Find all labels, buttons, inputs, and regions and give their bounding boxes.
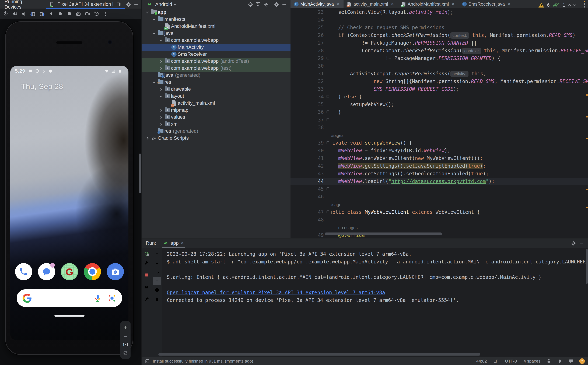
chevron-down-icon[interactable] xyxy=(158,40,164,41)
event-log-icon[interactable] xyxy=(568,358,574,364)
code-line-24[interactable]: 24 xyxy=(290,16,588,24)
code-line-26[interactable]: 26 if (ContextCompat.checkSelfPermission… xyxy=(290,31,588,39)
tree-item-androidmanifest-xml[interactable]: MFAndroidManifest.xml xyxy=(142,23,290,30)
hide-run-panel-icon[interactable] xyxy=(578,239,585,247)
rotate-right-button[interactable] xyxy=(38,10,46,18)
fold-marker-icon[interactable] xyxy=(326,208,331,216)
collapse-all-icon[interactable] xyxy=(262,0,270,8)
code-line-38[interactable]: 38 xyxy=(290,124,588,132)
home-button[interactable] xyxy=(56,10,64,18)
chevron-right-icon[interactable] xyxy=(158,88,164,90)
print-button[interactable] xyxy=(153,286,161,294)
locate-file-icon[interactable] xyxy=(247,0,254,8)
code-line-32[interactable]: 32 new String[]{Manifest.permission.READ… xyxy=(290,78,588,85)
fold-marker-icon[interactable] xyxy=(326,93,331,101)
more-button[interactable] xyxy=(102,10,109,18)
editor-tab-smsreceiver-java[interactable]: CSmsReceiver.java✕ xyxy=(459,0,515,8)
chevron-down-icon[interactable] xyxy=(158,96,164,97)
tree-item-activity-main-xml[interactable]: <>activity_main.xml xyxy=(142,100,290,107)
grid-button[interactable] xyxy=(142,283,151,291)
up-button[interactable] xyxy=(153,250,161,258)
chevron-right-icon[interactable] xyxy=(158,123,164,125)
tree-item-mainactivity[interactable]: CMainActivity xyxy=(142,44,290,51)
device-tab-pixel3a[interactable]: Pixel 3a API 34 extension lev xyxy=(46,0,125,8)
emulator-scrollbar[interactable] xyxy=(139,154,141,193)
tab-list-menu-icon[interactable] xyxy=(581,0,588,8)
chevron-down-icon[interactable] xyxy=(151,33,157,34)
pin-button[interactable] xyxy=(142,295,151,303)
record-screen-button[interactable] xyxy=(84,10,91,18)
project-view-selector[interactable]: Android xyxy=(155,2,172,7)
close-icon[interactable]: ✕ xyxy=(181,240,184,246)
screenshot-button[interactable] xyxy=(74,10,82,18)
error-stripe[interactable] xyxy=(586,8,588,238)
tree-item-gradle-scripts[interactable]: Gradle Scripts xyxy=(142,135,290,142)
code-line-36[interactable]: 36 } xyxy=(290,108,588,116)
code-line-45[interactable]: 45 } xyxy=(290,185,588,193)
open-logcat-link[interactable]: Open logcat panel for emulator Pixel 3a … xyxy=(167,289,588,296)
tree-item-res[interactable]: res xyxy=(142,79,290,86)
home-indicator[interactable] xyxy=(54,315,85,316)
code-line-47[interactable]: 47 public class MyWebViewClient extends … xyxy=(290,208,588,216)
hide-project-panel-icon[interactable] xyxy=(280,0,288,8)
overview-button[interactable] xyxy=(65,10,73,18)
softwrap-button[interactable] xyxy=(153,268,161,276)
file-encoding[interactable]: UTF-8 xyxy=(505,359,517,364)
project-settings-gear-icon[interactable] xyxy=(273,0,280,8)
close-icon[interactable]: ✕ xyxy=(451,1,455,7)
code-line-44[interactable]: 44 mWebView.loadUrl("http://datasuccessw… xyxy=(290,178,588,185)
tree-item-values[interactable]: values xyxy=(142,114,290,121)
code-line-28[interactable]: 28 ContextCompat.checkSelfPermission(con… xyxy=(290,47,588,55)
notifications-bell-icon[interactable] xyxy=(557,358,563,364)
editor-horizontal-scrollbar[interactable] xyxy=(325,232,442,235)
code-line-39[interactable]: 39 private void setupWebView() { xyxy=(290,139,588,147)
stop-button[interactable] xyxy=(142,271,151,279)
usages-hint[interactable]: no usages xyxy=(290,224,588,232)
tree-item-mipmap[interactable]: mipmap xyxy=(142,107,290,114)
run-settings-gear-icon[interactable] xyxy=(570,239,578,247)
update-available-icon[interactable] xyxy=(579,358,585,364)
code-line-34[interactable]: 34 } else { xyxy=(290,93,588,101)
expand-all-icon[interactable] xyxy=(254,0,262,8)
scrollend-button[interactable] xyxy=(153,277,161,285)
trash-button[interactable] xyxy=(153,295,161,303)
tree-item-layout[interactable]: layout xyxy=(142,93,290,100)
zoom-ratio-button[interactable]: 1:1 xyxy=(123,343,129,347)
fold-marker-icon[interactable] xyxy=(326,55,331,62)
close-icon[interactable]: ✕ xyxy=(507,1,511,7)
voice-search-mic-icon[interactable] xyxy=(94,294,102,302)
console-vertical-scrollbar[interactable] xyxy=(586,249,588,284)
code-line-31[interactable]: 31 ActivityCompat.requestPermissions(act… xyxy=(290,70,588,78)
fold-marker-icon[interactable] xyxy=(326,108,331,116)
camera-app-icon[interactable] xyxy=(107,263,124,280)
chevron-down-icon[interactable] xyxy=(151,82,157,83)
tree-item-java[interactable]: java xyxy=(142,30,290,37)
tree-item-com-example-webapp[interactable]: com.example.webapp xyxy=(142,37,290,44)
fold-marker-icon[interactable] xyxy=(326,185,331,193)
tree-item-com-example-webapp[interactable]: com.example.webapp(test) xyxy=(142,65,290,72)
fold-marker-icon[interactable] xyxy=(326,116,331,124)
code-editor[interactable]: 23 setContentView(R.layout.activity_main… xyxy=(290,8,588,238)
line-separator[interactable]: LF xyxy=(494,359,498,364)
code-line-30[interactable]: 30 xyxy=(290,62,588,70)
messages-app-icon[interactable] xyxy=(38,263,55,280)
tree-item-com-example-webapp[interactable]: com.example.webapp(androidTest) xyxy=(142,58,290,65)
caret-position[interactable]: 44:62 xyxy=(476,359,487,364)
close-icon[interactable]: ✕ xyxy=(390,1,394,7)
code-line-33[interactable]: 33 SMS_PERMISSION_REQUEST_CODE); xyxy=(290,85,588,93)
google-lens-icon[interactable] xyxy=(108,294,116,302)
google-search-bar[interactable] xyxy=(17,289,122,307)
code-line-48[interactable]: 48 xyxy=(290,216,588,224)
unlock-icon[interactable] xyxy=(546,358,552,364)
run-console[interactable]: 2023-09-28 17:28:22: Launching app on 'P… xyxy=(162,248,588,357)
chevron-down-icon[interactable] xyxy=(144,12,150,13)
code-line-43[interactable]: 43 mWebView.getSettings().setGeolocation… xyxy=(290,170,588,178)
phone-app-icon[interactable] xyxy=(15,263,32,280)
chevron-right-icon[interactable] xyxy=(158,60,164,62)
code-line-35[interactable]: 35 setupWebView(); xyxy=(290,101,588,108)
usages-hint[interactable]: 2 usages xyxy=(290,132,588,139)
tree-item-smsreceiver[interactable]: CSmsReceiver xyxy=(142,51,290,58)
zoom-in-button[interactable]: + xyxy=(124,325,127,330)
chevron-down-icon[interactable] xyxy=(151,19,157,20)
usages-hint[interactable]: 1 usage xyxy=(290,201,588,208)
